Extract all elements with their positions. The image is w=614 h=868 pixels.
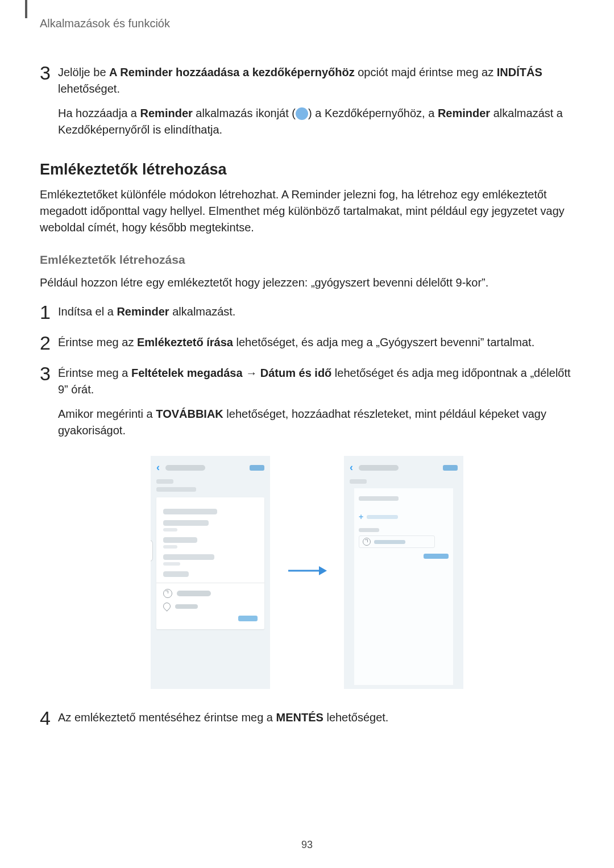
location-row — [163, 603, 258, 610]
placeholder-line — [156, 487, 196, 492]
top-right-action — [250, 465, 264, 471]
text-bold: Dátum és idő — [260, 367, 332, 379]
step-number: 1 — [40, 302, 58, 322]
card-action — [163, 616, 258, 621]
text-bold: MENTÉS — [276, 711, 323, 724]
screenshot-row: ‹ — [40, 456, 574, 689]
subsection-heading: Emlékeztetők létrehozása — [40, 253, 574, 267]
step-3: 3 Jelölje be A Reminder hozzáadása a kez… — [40, 64, 574, 97]
text-bold: TOVÁBBIAK — [156, 408, 223, 420]
paragraph: Például hozzon létre egy emlékeztetőt ho… — [40, 275, 574, 291]
text-bold: A Reminder hozzáadása a kezdőképernyőhöz — [109, 66, 355, 78]
placeholder-line — [350, 479, 367, 484]
step-body: Érintse meg az Emlékeztető írása lehetős… — [58, 334, 574, 352]
card-action-button — [238, 616, 258, 621]
arrow-right-icon — [287, 564, 327, 578]
phone-top-bar: ‹ — [151, 456, 270, 476]
phone-notch — [151, 540, 153, 562]
text-bold: Feltételek megadása — [131, 367, 243, 379]
placeholder-line — [163, 562, 180, 566]
text: Indítsa el a — [58, 305, 117, 318]
text: ) a Kezdőképernyőhöz, a — [308, 107, 438, 119]
placeholder-line — [163, 545, 177, 549]
page-header: Alkalmazások és funkciók — [40, 17, 574, 30]
text: alkalmazást. — [169, 305, 236, 318]
placeholder-line — [367, 515, 398, 519]
step-number: 3 — [40, 63, 58, 97]
text: Az emlékeztető mentéséhez érintse meg a — [58, 711, 276, 724]
svg-marker-1 — [319, 566, 327, 575]
text: lehetőséget, és adja meg a „Gyógyszert b… — [233, 336, 534, 348]
text: Érintse meg az — [58, 336, 137, 348]
page-corner-mark — [25, 0, 27, 18]
placeholder-title — [359, 465, 399, 471]
text: Amikor megérinti a — [58, 408, 156, 420]
reminder-card — [156, 497, 264, 629]
text-bold: Reminder — [140, 107, 193, 119]
step-4: 4 Az emlékeztető mentéséhez érintse meg … — [40, 709, 574, 728]
phone-screenshot-1: ‹ — [151, 456, 270, 689]
step-3b: 3 Érintse meg a Feltételek megadása → Dá… — [40, 365, 574, 398]
placeholder-line — [163, 528, 177, 531]
arrow-text: → — [243, 367, 260, 379]
step-2: 2 Érintse meg az Emlékeztető írása lehet… — [40, 334, 574, 352]
location-pin-icon — [161, 601, 172, 611]
reminder-app-icon — [296, 107, 308, 120]
step-body: Az emlékeztető mentéséhez érintse meg a … — [58, 709, 574, 728]
page-number: 93 — [0, 839, 614, 851]
placeholder-line — [163, 520, 209, 526]
text-bold: Reminder — [438, 107, 490, 119]
step-body: Indítsa el a Reminder alkalmazást. — [58, 304, 574, 322]
placeholder-line — [374, 540, 405, 544]
placeholder-title — [165, 465, 205, 471]
plus-icon: + — [359, 512, 363, 521]
text: alkalmazás ikonját ( — [193, 107, 296, 119]
clock-icon — [163, 589, 172, 598]
step-body: Jelölje be A Reminder hozzáadása a kezdő… — [58, 64, 574, 97]
text: lehetőséget. — [58, 82, 120, 95]
step-number: 2 — [40, 333, 58, 352]
step-body: Érintse meg a Feltételek megadása → Dátu… — [58, 365, 574, 398]
text: Ha hozzáadja a — [58, 107, 140, 119]
step-number: 3 — [40, 364, 58, 398]
text: opciót majd érintse meg az — [355, 66, 497, 78]
placeholder-line — [177, 591, 211, 596]
time-row — [163, 589, 258, 598]
back-icon: ‹ — [350, 462, 353, 474]
text: Jelölje be — [58, 66, 109, 78]
phone-top-bar: ‹ — [344, 456, 463, 476]
step-extra: Amikor megérinti a TOVÁBBIAK lehetőséget… — [58, 406, 574, 439]
placeholder-line — [163, 554, 214, 560]
step-extra: Ha hozzáadja a Reminder alkalmazás ikonj… — [58, 105, 574, 138]
phone-screenshot-2: ‹ + — [344, 456, 463, 689]
placeholder-line — [359, 496, 399, 501]
edit-area: + — [354, 488, 453, 685]
placeholder-line — [156, 479, 173, 484]
text: lehetőséget. — [323, 711, 389, 724]
placeholder-line — [163, 537, 197, 543]
add-link-row: + — [359, 512, 449, 521]
text: Érintse meg a — [58, 367, 131, 379]
divider — [156, 583, 264, 583]
step-number: 4 — [40, 708, 58, 728]
datetime-chip — [359, 535, 435, 548]
save-button-placeholder — [424, 554, 449, 559]
text-bold: Reminder — [117, 305, 169, 318]
text-bold: INDÍTÁS — [497, 66, 542, 78]
section-heading: Emlékeztetők létrehozása — [40, 161, 574, 178]
clock-icon — [363, 538, 371, 546]
top-right-action — [443, 465, 458, 471]
back-icon: ‹ — [156, 462, 160, 474]
paragraph: Emlékeztetőket különféle módokon létreho… — [40, 186, 574, 236]
placeholder-line — [175, 604, 198, 609]
placeholder-line — [163, 571, 189, 577]
section-label — [359, 528, 379, 532]
text-bold: Emlékeztető írása — [137, 336, 233, 348]
placeholder-line — [163, 509, 217, 514]
step-1: 1 Indítsa el a Reminder alkalmazást. — [40, 304, 574, 322]
save-row — [359, 554, 449, 559]
